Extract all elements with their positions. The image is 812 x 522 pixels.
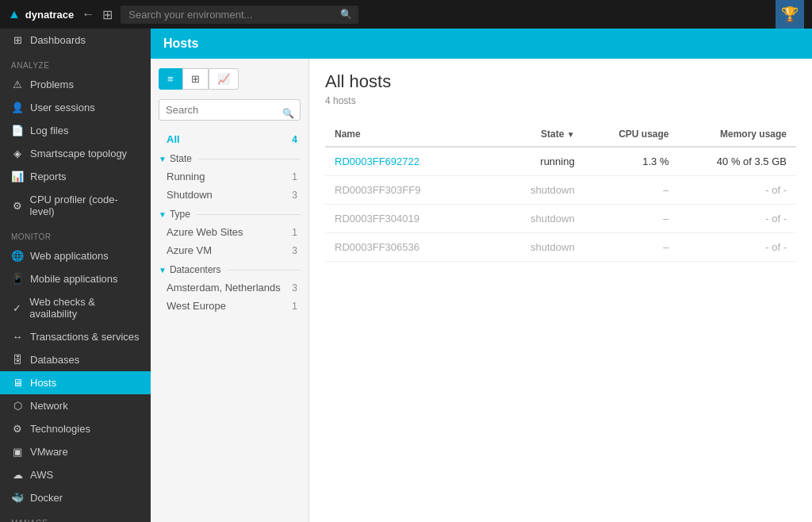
table-row: RD0003FF306536 shutdown – - of - [325,233,796,262]
sidebar-item-smartscape[interactable]: ◈ Smartscape topology [0,142,151,165]
sidebar-item-cpu-profiler[interactable]: ⚙ CPU profiler (code-level) [0,188,151,223]
host-cpu-cell: 1.3 % [584,147,679,176]
sidebar-item-reports[interactable]: 📊 Reports [0,165,151,188]
filter-group-type-header[interactable]: ▼ Type [151,204,308,223]
dc-amsterdam-count: 3 [292,282,297,294]
hosts-title: All hosts [325,71,796,92]
host-name-cell: RD0003FF306536 [325,233,514,262]
filter-all[interactable]: All 4 [151,130,308,148]
filter-all-label: All [167,133,180,145]
dc-west-europe-label: West Europe [167,300,226,312]
sidebar-item-network[interactable]: ⬡ Network [0,394,151,417]
topbar-search-input[interactable] [121,6,358,24]
sidebar-item-aws[interactable]: ☁ AWS [0,463,151,486]
page-header: Hosts [151,29,812,59]
mobile-apps-icon: 📱 [11,273,24,285]
sidebar-item-problems[interactable]: ⚠ Problems [0,73,151,96]
filter-panel: ≡ ⊞ 📈 🔍 All 4 ▼ State [151,59,309,522]
filter-group-type-label: Type [170,209,190,220]
type-arrow-icon: ▼ [159,210,167,219]
host-memory-cell: - of - [678,205,796,233]
sidebar-item-web-applications[interactable]: 🌐 Web applications [0,244,151,267]
list-view-button[interactable]: ≡ [159,68,182,90]
host-name-cell: RD0003FF303FF9 [325,176,514,205]
host-name-link[interactable]: RD0003FF692722 [335,155,419,167]
view-toggle: ≡ ⊞ 📈 [151,59,308,96]
app-logo[interactable]: ▲ dynatrace [8,7,74,21]
log-files-icon: 📄 [11,125,24,136]
technologies-icon: ⚙ [11,423,24,435]
host-name-link[interactable]: RD0003FF306536 [335,241,419,253]
filter-type-azure-vm[interactable]: Azure VM 3 [151,241,308,259]
host-cpu: 1.3 % [594,155,669,167]
filter-group-datacenters-header[interactable]: ▼ Datacenters [151,259,308,278]
filter-group-state-header[interactable]: ▼ State [151,148,308,167]
dc-amsterdam-label: Amsterdam, Netherlands [167,282,281,294]
sidebar-item-web-checks[interactable]: ✓ Web checks & availability [0,290,151,325]
type-azure-web-label: Azure Web Sites [167,226,243,238]
filter-dc-west-europe[interactable]: West Europe 1 [151,297,308,315]
host-cpu: – [594,213,669,225]
host-name-link[interactable]: RD0003FF304019 [335,213,419,225]
grid-view-button[interactable]: ⊞ [182,68,209,90]
filter-search-wrap: 🔍 [151,96,308,130]
network-icon: ⬡ [11,400,24,412]
filter-all-count: 4 [292,134,297,145]
sidebar-section-monitor: Monitor [0,223,151,244]
host-memory: - of - [688,213,787,225]
filter-state-running[interactable]: Running 1 [151,167,308,186]
state-shutdown-count: 3 [292,190,297,201]
nav-back-icon[interactable]: ← [82,7,94,21]
sidebar-item-databases[interactable]: 🗄 Databases [0,348,151,371]
table-row: RD0003FF692722 running 1.3 % 40 % of 3.5… [325,147,796,176]
sidebar-item-technologies[interactable]: ⚙ Technologies [0,417,151,440]
sidebar-item-user-sessions[interactable]: 👤 User sessions [0,96,151,119]
docker-icon: 🐳 [11,492,24,504]
sidebar-item-dashboards[interactable]: ⊞ Dashboards [0,29,151,52]
content: ≡ ⊞ 📈 🔍 All 4 ▼ State [151,59,812,522]
chart-view-button[interactable]: 📈 [209,68,239,90]
hosts-icon: 🖥 [11,377,24,389]
filter-search-input[interactable] [159,99,301,121]
filter-dc-amsterdam[interactable]: Amsterdam, Netherlands 3 [151,278,308,297]
sidebar-item-transactions[interactable]: ↔ Transactions & services [0,325,151,348]
sidebar-item-docker[interactable]: 🐳 Docker [0,486,151,509]
sort-arrow-icon: ▼ [567,130,575,139]
sidebar-item-log-files[interactable]: 📄 Log files [0,119,151,142]
col-header-state[interactable]: State ▼ [514,122,584,147]
topbar-search-icon: 🔍 [340,9,352,20]
host-state: shutdown [530,241,575,253]
type-azure-vm-label: Azure VM [167,244,212,256]
host-name-link[interactable]: RD0003FF303FF9 [335,184,420,196]
host-memory-cell: - of - [678,176,796,205]
sidebar-item-mobile-applications[interactable]: 📱 Mobile applications [0,267,151,290]
col-header-cpu: CPU usage [584,122,679,147]
host-state: running [540,155,574,167]
host-state: shutdown [530,184,575,196]
datacenters-divider [228,270,301,271]
dashboard-icon: ⊞ [11,34,24,46]
filter-type-azure-web[interactable]: Azure Web Sites 1 [151,223,308,241]
state-running-count: 1 [292,171,297,182]
topbar: ▲ dynatrace ← ⊞ 🔍 🏆 [0,0,812,29]
host-memory: - of - [688,241,787,253]
filter-search-icon: 🔍 [282,108,294,119]
type-azure-web-count: 1 [292,227,297,238]
databases-icon: 🗄 [11,354,24,366]
filter-state-shutdown[interactable]: Shutdown 3 [151,186,308,204]
grid-nav-icon[interactable]: ⊞ [102,7,113,22]
host-cpu: – [594,184,669,196]
logo-icon: ▲ [8,7,21,21]
datacenters-arrow-icon: ▼ [159,266,167,274]
host-state: shutdown [530,213,575,225]
table-header: Name State ▼ CPU usage Memory usage [325,122,796,147]
sidebar-item-vmware[interactable]: ▣ VMware [0,440,151,463]
sidebar-item-hosts[interactable]: 🖥 Hosts [0,371,151,394]
trophy-icon[interactable]: 🏆 [776,0,804,29]
reports-icon: 📊 [11,171,24,182]
hosts-area: All hosts 4 hosts Name State ▼ [309,59,812,522]
problems-icon: ⚠ [11,79,24,90]
host-memory-cell: - of - [678,233,796,262]
host-name-cell: RD0003FF304019 [325,205,514,233]
host-cpu-cell: – [584,233,679,262]
